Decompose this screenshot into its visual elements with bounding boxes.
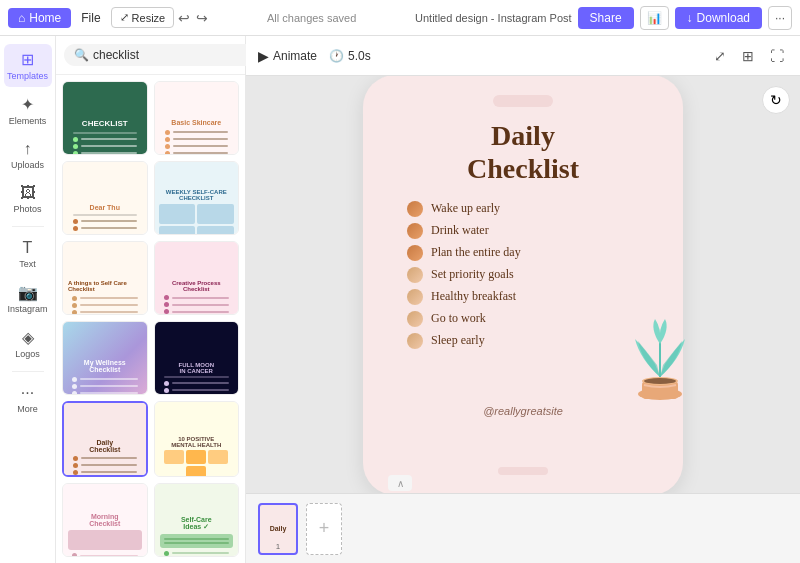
sidebar-item-text[interactable]: T Text <box>4 233 52 275</box>
checklist-item-5: Healthy breakfast <box>403 286 643 308</box>
undo-redo-group: ↩ ↪ <box>178 10 208 26</box>
fit-page-button[interactable]: ⤢ <box>710 46 730 66</box>
checklist-text-5: Healthy breakfast <box>431 289 516 304</box>
scroll-up-indicator[interactable]: ∧ <box>388 475 412 491</box>
file-button[interactable]: File <box>75 8 106 28</box>
sidebar-item-photos[interactable]: 🖼 Photos <box>4 178 52 220</box>
animate-button[interactable]: ▶ Animate <box>258 48 317 64</box>
template-card-4[interactable]: WEEKLY SELF-CARECHECKLIST <box>154 161 240 235</box>
sidebar-item-templates[interactable]: ⊞ Templates <box>4 44 52 87</box>
username-text: @reallygreatsite <box>483 405 563 417</box>
template-card-2[interactable]: Basic Skincare <box>154 81 240 155</box>
chart-button[interactable]: 📊 <box>640 6 669 30</box>
template-card-7[interactable]: My WellnessChecklist <box>62 321 148 395</box>
phone-design: Daily Checklist Wake up early Drink wate… <box>363 76 683 493</box>
top-bar-left: ⌂ Home File ⤢ Resize ↩ ↪ <box>8 7 208 28</box>
templates-grid: CHECKLIST Basic Skincare <box>56 75 245 563</box>
text-icon: T <box>23 239 33 257</box>
sidebar-divider-2 <box>12 371 44 372</box>
add-page-button[interactable]: + <box>306 503 342 555</box>
top-bar: ⌂ Home File ⤢ Resize ↩ ↪ All changes sav… <box>0 0 800 36</box>
redo-button[interactable]: ↪ <box>196 10 208 26</box>
checklist-text-1: Wake up early <box>431 201 500 216</box>
template-card-11[interactable]: MorningChecklist <box>62 483 148 557</box>
checklist-text-3: Plan the entire day <box>431 245 521 260</box>
undo-button[interactable]: ↩ <box>178 10 190 26</box>
template-card-3[interactable]: Dear Thu <box>62 161 148 235</box>
search-icon: 🔍 <box>74 48 89 62</box>
template-card-8[interactable]: FULL MOONIN CANCER <box>154 321 240 395</box>
username-container: @reallygreatsite <box>483 397 563 421</box>
check-icon-1 <box>407 201 423 217</box>
checklist-item-1: Wake up early <box>403 198 643 220</box>
sidebar-item-uploads[interactable]: ↑ Uploads <box>4 134 52 176</box>
checklist-item-3: Plan the entire day <box>403 242 643 264</box>
search-input[interactable] <box>93 48 243 62</box>
checklist-item-6: Go to work <box>403 308 643 330</box>
more-icon: ··· <box>21 384 34 402</box>
bottom-strip: Daily 1 + <box>246 493 800 563</box>
home-icon: ⌂ <box>18 11 25 25</box>
fullscreen-button[interactable]: ⛶ <box>766 46 788 66</box>
checklist-text-6: Go to work <box>431 311 486 326</box>
canvas-area: ▶ Animate 🕐 5.0s ⤢ ⊞ ⛶ ↻ Daily Checklist <box>246 36 800 563</box>
checklist-item-7: Sleep early <box>403 330 643 352</box>
uploads-icon: ↑ <box>24 140 32 158</box>
home-button[interactable]: ⌂ Home <box>8 8 71 28</box>
search-input-wrap: 🔍 ✕ <box>64 44 267 66</box>
clock-icon: 🕐 <box>329 49 344 63</box>
main-layout: ⊞ Templates ✦ Elements ↑ Uploads 🖼 Photo… <box>0 36 800 563</box>
resize-button[interactable]: ⤢ Resize <box>111 7 175 28</box>
template-card-12[interactable]: Self-CareIdeas ✓ <box>154 483 240 557</box>
play-icon: ▶ <box>258 48 269 64</box>
sidebar-item-instagram[interactable]: 📷 Instagram <box>4 277 52 320</box>
plant-illustration <box>620 309 700 413</box>
grid-button[interactable]: ⊞ <box>738 46 758 66</box>
logos-icon: ◈ <box>22 328 34 347</box>
check-icon-7 <box>407 333 423 349</box>
templates-panel: 🔍 ✕ ⚙ CHECKLIST <box>56 36 246 563</box>
check-icon-6 <box>407 311 423 327</box>
svg-point-3 <box>644 378 676 384</box>
check-icon-2 <box>407 223 423 239</box>
saved-status: All changes saved <box>267 12 356 24</box>
page-thumbnail-1[interactable]: Daily 1 <box>258 503 298 555</box>
checklist-item-4: Set priority goals <box>403 264 643 286</box>
duration-button[interactable]: 🕐 5.0s <box>329 49 371 63</box>
check-icon-3 <box>407 245 423 261</box>
top-bar-right: Untitled design - Instagram Post Share 📊… <box>415 6 792 30</box>
phone-home-button <box>498 467 548 475</box>
template-card-5[interactable]: A things to Self CareChecklist <box>62 241 148 315</box>
resize-icon: ⤢ <box>120 11 129 24</box>
templates-icon: ⊞ <box>21 50 34 69</box>
canvas-content: ↻ Daily Checklist Wake up early Drink wa… <box>246 76 800 493</box>
template-card-9[interactable]: DailyChecklist <box>62 401 148 477</box>
download-icon: ↓ <box>687 11 693 25</box>
template-card-10[interactable]: 10 POSITIVEMENTAL HEALTH <box>154 401 240 477</box>
check-icon-4 <box>407 267 423 283</box>
more-options-button[interactable]: ··· <box>768 6 792 30</box>
check-icon-5 <box>407 289 423 305</box>
photos-icon: 🖼 <box>20 184 36 202</box>
refresh-button[interactable]: ↻ <box>762 86 790 114</box>
checklist-item-2: Drink water <box>403 220 643 242</box>
download-button[interactable]: ↓ Download <box>675 7 762 29</box>
design-title-text: Daily Checklist <box>467 119 579 186</box>
elements-icon: ✦ <box>21 95 34 114</box>
sidebar-item-elements[interactable]: ✦ Elements <box>4 89 52 132</box>
search-bar: 🔍 ✕ ⚙ <box>56 36 245 75</box>
instagram-icon: 📷 <box>18 283 38 302</box>
page-number-label: Daily <box>270 525 287 532</box>
top-bar-center: All changes saved <box>212 12 411 24</box>
template-card-6[interactable]: Creative ProcessChecklist <box>154 241 240 315</box>
icon-sidebar: ⊞ Templates ✦ Elements ↑ Uploads 🖼 Photo… <box>0 36 56 563</box>
checklist-text-2: Drink water <box>431 223 489 238</box>
canvas-toolbar: ▶ Animate 🕐 5.0s ⤢ ⊞ ⛶ <box>246 36 800 76</box>
sidebar-item-more[interactable]: ··· More <box>4 378 52 420</box>
sidebar-item-logos[interactable]: ◈ Logos <box>4 322 52 365</box>
share-button[interactable]: Share <box>578 7 634 29</box>
sidebar-divider <box>12 226 44 227</box>
canvas-toolbar-right: ⤢ ⊞ ⛶ <box>710 46 788 66</box>
template-card-1[interactable]: CHECKLIST <box>62 81 148 155</box>
phone-notch <box>493 95 553 107</box>
